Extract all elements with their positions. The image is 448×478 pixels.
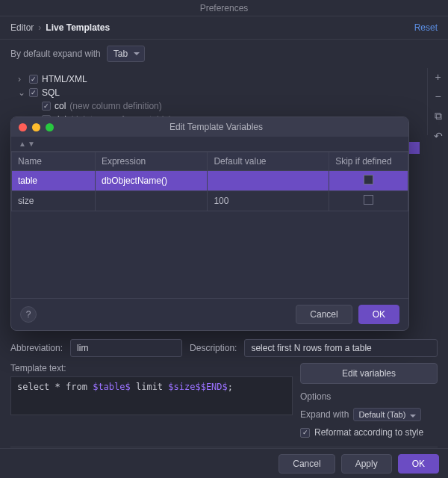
remove-icon[interactable]: − bbox=[435, 90, 441, 102]
abbreviation-input[interactable]: lim bbox=[70, 339, 182, 357]
cell-default[interactable]: 100 bbox=[208, 191, 329, 211]
default-expand-label: By default expand with bbox=[10, 49, 101, 59]
reformat-label: Reformat according to style bbox=[314, 427, 423, 438]
table-row[interactable]: size 100 bbox=[12, 191, 408, 211]
default-expand-select[interactable]: Tab bbox=[107, 46, 145, 62]
description-label: Description: bbox=[190, 343, 237, 353]
tree-label: HTML/XML bbox=[42, 74, 87, 84]
move-down-icon[interactable]: ▼ bbox=[28, 140, 35, 148]
checkbox-col[interactable] bbox=[42, 102, 51, 111]
col-expression[interactable]: Expression bbox=[95, 152, 208, 171]
duplicate-icon[interactable]: ⧉ bbox=[435, 110, 442, 122]
cell-default[interactable] bbox=[208, 171, 329, 191]
cell-expression[interactable] bbox=[95, 191, 208, 211]
edit-template-variables-dialog: Edit Template Variables ▲ ▼ Name Express… bbox=[10, 117, 409, 331]
close-icon[interactable] bbox=[19, 123, 27, 131]
code-text: ; bbox=[228, 382, 233, 392]
description-input[interactable]: select first N rows from a table bbox=[244, 339, 438, 357]
reformat-checkbox[interactable] bbox=[300, 428, 310, 438]
collapse-arrow-icon[interactable]: ⌄ bbox=[18, 87, 25, 98]
dialog-titlebar[interactable]: Edit Template Variables bbox=[11, 117, 408, 137]
zoom-icon[interactable] bbox=[46, 123, 54, 131]
move-up-icon[interactable]: ▲ bbox=[19, 140, 26, 148]
code-text: select * from bbox=[17, 382, 93, 392]
expand-with-select[interactable]: Default (Tab) bbox=[353, 408, 421, 421]
cell-name[interactable]: size bbox=[12, 191, 96, 211]
code-var: $table$ bbox=[93, 382, 131, 392]
tree-node-htmlxml[interactable]: › HTML/XML bbox=[10, 72, 417, 86]
tree-label: SQL bbox=[42, 87, 60, 98]
template-text-label: Template text: bbox=[10, 363, 293, 373]
leaf-desc: (new column definition) bbox=[69, 101, 161, 111]
dialog-title: Edit Template Variables bbox=[54, 122, 408, 132]
preferences-footer: Cancel Apply OK bbox=[0, 448, 448, 478]
cell-expression[interactable]: dbObjectName() bbox=[95, 171, 208, 191]
code-var: $size$$END$ bbox=[168, 382, 227, 392]
expand-with-label: Expand with bbox=[300, 409, 349, 420]
dialog-cancel-button[interactable]: Cancel bbox=[296, 305, 352, 324]
tree-leaf-col[interactable]: col (new column definition) bbox=[10, 99, 417, 113]
checkbox-htmlxml[interactable] bbox=[29, 75, 38, 84]
breadcrumb-bar: Editor › Live Templates Reset bbox=[0, 16, 448, 40]
checkbox-sql[interactable] bbox=[29, 88, 38, 97]
preferences-cancel-button[interactable]: Cancel bbox=[279, 454, 335, 474]
dialog-ok-button[interactable]: OK bbox=[358, 305, 399, 324]
table-row[interactable]: table dbObjectName() bbox=[12, 171, 408, 191]
cell-skip[interactable] bbox=[329, 171, 408, 191]
cell-name[interactable]: table bbox=[12, 171, 96, 191]
expand-arrow-icon[interactable]: › bbox=[18, 74, 25, 84]
breadcrumb-root[interactable]: Editor bbox=[10, 22, 34, 33]
template-text-editor[interactable]: select * from $table$ limit $size$$END$; bbox=[10, 376, 293, 415]
col-skip[interactable]: Skip if defined bbox=[329, 152, 408, 171]
add-icon[interactable]: + bbox=[435, 71, 441, 83]
skip-checkbox[interactable] bbox=[364, 195, 373, 205]
cell-skip[interactable] bbox=[329, 191, 408, 211]
window-title: Preferences bbox=[0, 0, 448, 16]
breadcrumb-sep: › bbox=[38, 22, 41, 33]
col-default[interactable]: Default value bbox=[208, 152, 329, 171]
tree-toolbar: + − ⧉ ↶ bbox=[427, 68, 448, 135]
variables-table: Name Expression Default value Skip if de… bbox=[11, 152, 408, 211]
default-expand-row: By default expand with Tab bbox=[0, 40, 448, 68]
abbreviation-label: Abbreviation: bbox=[10, 343, 63, 353]
reset-link[interactable]: Reset bbox=[414, 22, 438, 33]
col-name[interactable]: Name bbox=[12, 152, 96, 171]
tree-node-sql[interactable]: ⌄ SQL bbox=[10, 86, 417, 99]
code-text: limit bbox=[131, 382, 169, 392]
help-button[interactable]: ? bbox=[20, 306, 37, 323]
edit-variables-button[interactable]: Edit variables bbox=[300, 363, 438, 384]
minimize-icon[interactable] bbox=[32, 123, 40, 131]
template-details: Abbreviation: lim Description: select fi… bbox=[10, 339, 438, 465]
skip-checkbox[interactable] bbox=[364, 175, 373, 184]
breadcrumb-current: Live Templates bbox=[46, 22, 110, 33]
leaf-abbr: col bbox=[55, 101, 66, 111]
revert-icon[interactable]: ↶ bbox=[434, 130, 443, 142]
preferences-ok-button[interactable]: OK bbox=[398, 454, 439, 474]
preferences-apply-button[interactable]: Apply bbox=[341, 454, 392, 474]
options-title: Options bbox=[300, 390, 438, 402]
